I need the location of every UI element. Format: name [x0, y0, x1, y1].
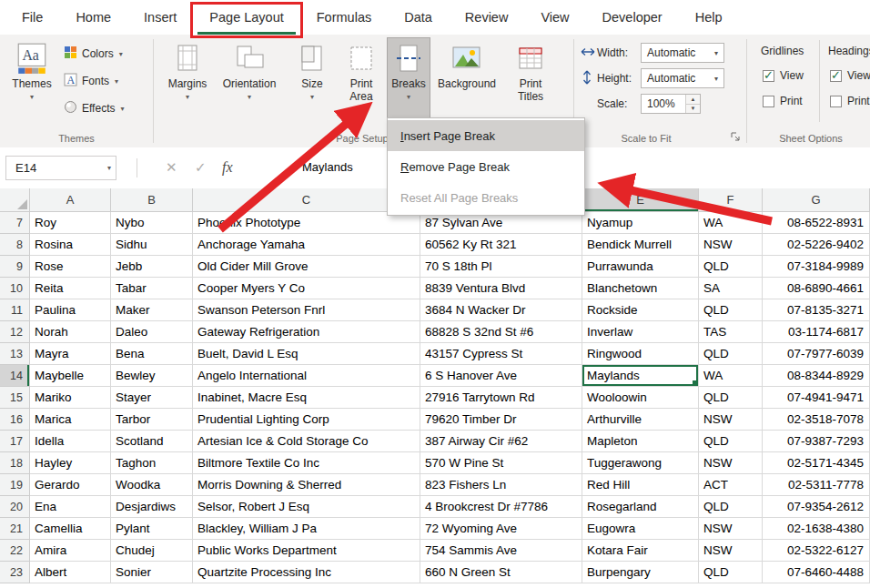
grid-cell[interactable]: 43157 Cypress St	[420, 343, 582, 365]
scale-dialog-launcher-icon[interactable]	[730, 129, 741, 146]
gridlines-print-checkbox[interactable]: Print	[763, 95, 803, 107]
row-header-23[interactable]: 23	[0, 562, 30, 583]
checkbox-checked-icon[interactable]	[763, 70, 774, 82]
grid-cell[interactable]: Biltmore Textile Co Inc	[193, 452, 420, 474]
grid-cell[interactable]: 02-1638-4380	[763, 518, 870, 540]
grid-cell[interactable]: Rose	[30, 256, 111, 278]
tab-view[interactable]: View	[524, 0, 585, 35]
grid-cell[interactable]: QLD	[699, 387, 763, 409]
grid-cell[interactable]: QLD	[699, 496, 763, 518]
breaks-button[interactable]: Breaks ▾	[388, 38, 430, 126]
spinner-down-icon[interactable]: ▼	[686, 104, 700, 114]
grid-cell[interactable]: 07-4941-9471	[763, 387, 870, 409]
grid-cell[interactable]: Selsor, Robert J Esq	[193, 496, 420, 518]
grid-cell[interactable]: Nybo	[111, 212, 193, 234]
grid-cell[interactable]: Hayley	[30, 452, 111, 474]
row-header-21[interactable]: 21	[0, 518, 30, 540]
grid-cell[interactable]: Inverlaw	[582, 321, 699, 343]
grid-cell[interactable]: 6 S Hanover Ave	[420, 365, 582, 387]
grid-cell[interactable]: 02-3518-7078	[763, 409, 870, 431]
grid-cell[interactable]: Red Hill	[582, 474, 699, 496]
grid-cell[interactable]: Angelo International	[193, 365, 420, 387]
tab-home[interactable]: Home	[59, 0, 127, 35]
gridlines-view-checkbox[interactable]: View	[763, 69, 804, 82]
background-button[interactable]: Background	[433, 38, 501, 126]
grid-cell[interactable]: 823 Fishers Ln	[420, 474, 582, 496]
grid-cell[interactable]: Sidhu	[111, 234, 193, 256]
grid-cell[interactable]: Idella	[30, 431, 111, 452]
grid-cell[interactable]: 72 Wyoming Ave	[420, 518, 582, 540]
row-header-10[interactable]: 10	[0, 278, 30, 299]
grid-cell[interactable]: 660 N Green St	[420, 562, 582, 583]
grid-cell[interactable]: Roy	[30, 212, 111, 234]
grid-cell[interactable]: Albert	[30, 562, 111, 583]
fonts-button[interactable]: A Fonts ▾	[64, 71, 118, 91]
grid-cell[interactable]: 79620 Timber Dr	[420, 409, 582, 431]
grid-cell[interactable]: 60562 Ky Rt 321	[420, 234, 582, 256]
grid-cell[interactable]: Public Works Department	[193, 540, 420, 562]
grid-cell[interactable]: 4 Brookcrest Dr #7786	[420, 496, 582, 518]
grid-cell[interactable]: Bena	[111, 343, 193, 365]
grid-cell[interactable]: Maybelle	[30, 365, 111, 387]
grid-cell[interactable]: Burpengary	[582, 562, 699, 583]
column-header-G[interactable]: G	[763, 188, 870, 212]
grid-cell[interactable]: Rosegarland	[582, 496, 699, 518]
grid-cell[interactable]: 07-8135-3271	[763, 299, 870, 321]
select-all-corner[interactable]	[0, 188, 30, 212]
grid-cell[interactable]: Purrawunda	[582, 256, 699, 278]
grid-cell[interactable]: 08-6890-4661	[763, 278, 870, 299]
grid-cell[interactable]: 3684 N Wacker Dr	[420, 299, 582, 321]
grid-cell[interactable]: Artesian Ice & Cold Storage Co	[193, 431, 420, 452]
row-header-19[interactable]: 19	[0, 474, 30, 496]
grid-cell[interactable]: Eugowra	[582, 518, 699, 540]
grid-cell[interactable]: 8839 Ventura Blvd	[420, 278, 582, 299]
row-header-18[interactable]: 18	[0, 452, 30, 474]
grid-cell[interactable]: QLD	[699, 299, 763, 321]
grid-cell[interactable]: Kotara Fair	[582, 540, 699, 562]
grid-cell[interactable]: NSW	[699, 409, 763, 431]
column-header-F[interactable]: F	[699, 188, 763, 212]
grid-cell[interactable]: 07-6460-4488	[763, 562, 870, 583]
grid-cell[interactable]: Wooloowin	[582, 387, 699, 409]
grid-cell[interactable]: Prudential Lighting Corp	[193, 409, 420, 431]
grid-cell[interactable]: NSW	[699, 518, 763, 540]
grid-cell[interactable]: 07-9354-2612	[763, 496, 870, 518]
grid-cell[interactable]: Nyamup	[582, 212, 699, 234]
tab-developer[interactable]: Developer	[586, 0, 679, 35]
chevron-down-icon[interactable]: ▾	[107, 164, 111, 172]
grid-cell[interactable]: 70 S 18th Pl	[420, 256, 582, 278]
grid-cell[interactable]: 07-9387-7293	[763, 431, 870, 452]
grid-cell[interactable]: NSW	[699, 452, 763, 474]
print-titles-button[interactable]: Print Titles	[504, 38, 557, 126]
grid-cell[interactable]: Tarbor	[111, 409, 193, 431]
grid-cell[interactable]: QLD	[699, 431, 763, 452]
grid-cell[interactable]: 387 Airway Cir #62	[420, 431, 582, 452]
grid-cell[interactable]: 03-1174-6817	[763, 321, 870, 343]
grid-cell[interactable]: Amira	[30, 540, 111, 562]
grid-cell[interactable]: Paulina	[30, 299, 111, 321]
grid-cell[interactable]: ACT	[699, 474, 763, 496]
tab-review[interactable]: Review	[449, 0, 525, 35]
tab-file[interactable]: File	[5, 0, 59, 35]
margins-button[interactable]: Margins ▾	[160, 38, 215, 126]
grid-cell[interactable]: 02-5322-6127	[763, 540, 870, 562]
spinner-buttons[interactable]: ▲ ▼	[685, 95, 700, 113]
tab-insert[interactable]: Insert	[127, 0, 193, 35]
checkbox-unchecked-icon[interactable]	[830, 96, 842, 107]
grid-cell[interactable]: Maylands	[582, 365, 699, 387]
menu-item-remove-page-break[interactable]: Remove Page Break	[388, 151, 584, 182]
grid-cell[interactable]: Norah	[30, 321, 111, 343]
grid-cell[interactable]: Gateway Refrigeration	[193, 321, 420, 343]
grid-cell[interactable]: Marica	[30, 409, 111, 431]
column-header-E[interactable]: E	[582, 188, 699, 212]
grid-cell[interactable]: NSW	[699, 234, 763, 256]
grid-cell[interactable]: Arthurville	[582, 409, 699, 431]
grid-cell[interactable]: 68828 S 32nd St #6	[420, 321, 582, 343]
tab-page-layout[interactable]: Page Layout	[193, 0, 299, 35]
grid-cell[interactable]: Chudej	[111, 540, 193, 562]
grid-cell[interactable]: 08-8344-8929	[763, 365, 870, 387]
print-area-button[interactable]: Print Area ▾	[339, 38, 384, 126]
effects-button[interactable]: Effects ▾	[64, 98, 124, 118]
grid-cell[interactable]: Taghon	[111, 452, 193, 474]
grid-cell[interactable]: Mayra	[30, 343, 111, 365]
